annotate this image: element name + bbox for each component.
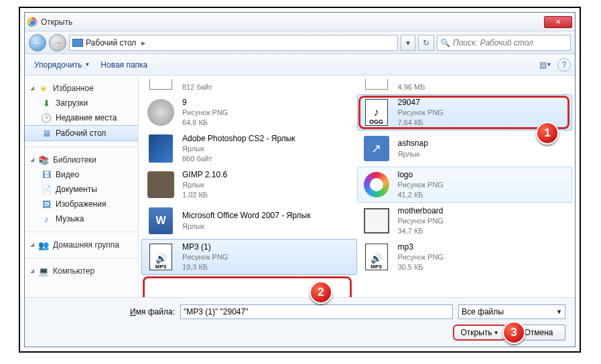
open-dialog-window: Открыть ✕ ← → Рабочий стол ▸ ▾ ↻ 🔍 Упоря… [24,12,576,347]
chevron-down-icon: ▼ [84,62,90,68]
forward-button[interactable]: → [49,34,66,52]
sidebar-item-desktop[interactable]: 🖥Рабочий стол [25,125,138,141]
sidebar-item-pics[interactable]: 🖼Изображения [25,197,138,211]
file-icon [145,78,177,92]
file-name: ashsnap [398,138,428,149]
file-icon [360,169,393,201]
breadcrumb[interactable]: Рабочий стол [86,38,136,48]
back-button[interactable]: ← [29,34,46,52]
file-size: 4,96 МБ [398,82,425,92]
filename-label: Имя файла: [34,307,175,316]
sidebar: ★Избранное ⬇Загрузки 🕑Недавние места 🖥Ра… [25,76,139,297]
library-icon: 📚 [38,155,49,165]
file-icon [360,205,393,237]
organize-button[interactable]: Упорядочить ▼ [29,58,95,72]
search-box[interactable]: 🔍 [437,35,571,51]
file-icon: MP3 [360,241,393,273]
recent-icon: 🕑 [41,112,52,123]
address-bar[interactable]: Рабочий стол ▸ [69,35,398,51]
sidebar-item-recent[interactable]: 🕑Недавние места [25,110,138,125]
refresh-button[interactable]: ↻ [418,35,434,51]
sidebar-item-video[interactable]: 🎞Видео [25,167,138,182]
open-button[interactable]: Открыть ▼ [453,325,507,341]
sidebar-homegroup-head[interactable]: 👥Домашняя группа [25,238,138,252]
file-item[interactable]: 4,96 МБ [357,78,573,94]
file-size: 64,8 КБ [182,118,228,128]
new-folder-button[interactable]: Новая папка [95,58,153,72]
file-size: 34,7 КБ [398,226,444,236]
file-item[interactable]: GIMP 2.10.6 Ярлык 1,02 КБ [141,167,357,203]
file-name: motherboard [398,205,444,216]
music-icon: ♪ [41,213,52,224]
toolbar: Упорядочить ▼ Новая папка ▤ ▼ ? [25,54,575,76]
file-type: Рисунок PNG [182,252,228,262]
file-type: Рисунок PNG [398,252,444,262]
dialog-body: ★Избранное ⬇Загрузки 🕑Недавние места 🖥Ра… [25,76,575,297]
file-name: MP3 (1) [182,242,228,252]
file-type: Рисунок PNG [398,108,444,118]
video-icon: 🎞 [41,169,52,180]
sidebar-computer-head[interactable]: 💻Компьютер [25,264,138,278]
titlebar: Открыть ✕ [25,13,575,31]
footer: Имя файла: Все файлы▼ Открыть ▼ Отмена [25,297,575,347]
search-input[interactable] [453,38,567,48]
file-item[interactable]: Adobe Photoshop CS2 - Ярлык Ярлык 860 ба… [141,130,357,167]
download-icon: ⬇ [41,98,52,108]
file-item[interactable]: motherboard Рисунок PNG 34,7 КБ [357,203,573,239]
sidebar-favorites-head[interactable]: ★Избранное [25,81,138,96]
desktop-icon [72,39,83,47]
file-icon: OGG [360,96,393,128]
view-button[interactable]: ▤ ▼ [536,58,555,72]
chevron-right-icon[interactable]: ▸ [139,38,148,48]
annotation-bubble-1: 1 [536,122,559,145]
file-icon [360,78,393,92]
file-item[interactable]: MP3 mp3 Рисунок PNG 30,5 КБ [357,239,573,275]
sidebar-item-music[interactable]: ♪Музыка [25,211,138,226]
sidebar-item-docs[interactable]: 📄Документы [25,182,138,197]
screenshot-frame: Открыть ✕ ← → Рабочий стол ▸ ▾ ↻ 🔍 Упоря… [19,7,581,353]
chrome-icon [27,17,37,27]
file-name: 29047 [398,97,444,108]
chevron-down-icon: ▼ [556,308,562,315]
file-type: Ярлык [182,144,295,154]
file-size: 860 байт [182,154,295,164]
file-icon [145,96,177,128]
address-dropdown-button[interactable]: ▾ [401,35,415,51]
file-icon: ↗ [360,132,393,165]
file-name: 9 [182,97,228,108]
file-name: GIMP 2.10.6 [182,169,227,180]
file-item[interactable]: 9 Рисунок PNG 64,8 КБ [141,94,357,130]
file-size: 1,02 КБ [182,190,227,200]
filename-input[interactable] [180,304,453,319]
sidebar-libraries-head[interactable]: 📚Библиотеки [25,153,138,167]
window-title: Открыть [41,17,72,27]
homegroup-icon: 👥 [38,240,49,250]
file-filter-combo[interactable]: Все файлы▼ [458,304,565,319]
file-type: Ярлык [398,149,428,159]
file-size: 30,5 КБ [398,262,444,272]
sidebar-item-downloads[interactable]: ⬇Загрузки [25,96,138,110]
file-size: 7,64 КБ [398,118,444,128]
file-size: 41,2 КБ [398,190,444,200]
close-button[interactable]: ✕ [544,16,572,28]
help-button[interactable]: ? [557,58,571,72]
file-size: 812 байт [182,82,212,92]
file-item[interactable]: 812 байт [141,78,357,94]
file-list[interactable]: 812 байт 9 Рисунок PNG 64,8 КБ Adobe Pho… [139,76,575,297]
file-type: Ярлык [182,221,310,232]
file-name: mp3 [398,242,444,252]
file-name: Adobe Photoshop CS2 - Ярлык [182,133,295,144]
file-name: Microsoft Office Word 2007 - Ярлык [182,210,310,221]
file-size: 19,3 КБ [182,262,228,272]
picture-icon: 🖼 [41,199,52,209]
file-item[interactable]: W Microsoft Office Word 2007 - Ярлык Ярл… [141,203,357,239]
annotation-bubble-2: 2 [310,281,332,304]
star-icon: ★ [38,83,49,94]
file-icon: W [145,205,177,237]
desktop-icon: 🖥 [41,128,52,139]
file-item[interactable]: logo Рисунок PNG 41,2 КБ [357,167,573,203]
file-name: logo [398,169,444,180]
annotation-bubble-3: 3 [503,321,525,344]
file-icon [145,132,177,165]
file-item[interactable]: MP3 MP3 (1) Рисунок PNG 19,3 КБ [141,239,357,275]
